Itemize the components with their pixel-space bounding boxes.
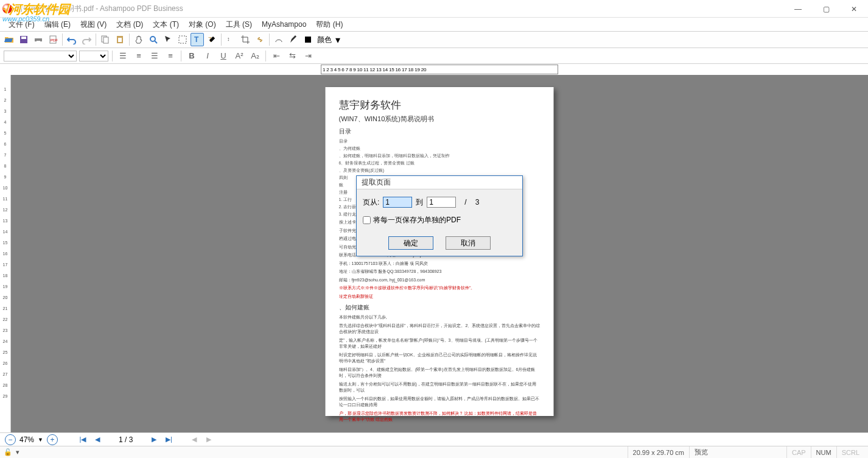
text-edit-icon[interactable]: T bbox=[205, 33, 219, 46]
svg-rect-17 bbox=[305, 37, 311, 43]
menu-view[interactable]: 视图 (V) bbox=[75, 18, 111, 31]
zoom-in-button[interactable]: + bbox=[47, 434, 58, 445]
select-icon[interactable] bbox=[176, 33, 189, 46]
vertical-ruler: 1234567891011121314151617181920212223242… bbox=[0, 75, 11, 432]
pen-icon[interactable] bbox=[287, 33, 300, 46]
superscript-button[interactable]: A² bbox=[233, 50, 246, 62]
red-note-2: 址定自动刷新验证 bbox=[339, 294, 541, 300]
close-button[interactable]: ✕ bbox=[840, 0, 868, 18]
checkbox-label: 将每一页保存为单独的PDF bbox=[373, 215, 461, 225]
to-label: 到 bbox=[416, 197, 423, 208]
page-from-input[interactable] bbox=[383, 197, 412, 208]
svg-rect-4 bbox=[37, 41, 40, 43]
align-left-icon[interactable]: ☰ bbox=[116, 50, 130, 62]
italic-button[interactable]: I bbox=[201, 50, 214, 62]
bold-button[interactable]: B bbox=[185, 50, 198, 62]
total-pages: 3 bbox=[475, 198, 480, 206]
zoom-dropdown-icon[interactable]: ▼ bbox=[38, 437, 43, 443]
ok-button[interactable]: 确定 bbox=[388, 236, 433, 250]
zoom-icon[interactable] bbox=[147, 33, 160, 46]
menu-tools[interactable]: 工具 (S) bbox=[221, 18, 257, 31]
window-title: 财务用户操作说明书.pdf - Ashampoo PDF Business bbox=[16, 4, 183, 14]
lock-icon: 🔓 bbox=[4, 448, 12, 456]
menu-file[interactable]: 文件 (F) bbox=[4, 18, 40, 31]
preview-label: 预览 bbox=[689, 446, 786, 458]
svg-point-11 bbox=[150, 37, 155, 41]
svg-rect-8 bbox=[103, 37, 108, 43]
text-select-icon[interactable]: T bbox=[191, 33, 204, 46]
undo-icon[interactable] bbox=[65, 33, 79, 46]
color-label: 颜色 bbox=[316, 35, 333, 45]
subscript-button[interactable]: A₂ bbox=[248, 50, 262, 62]
svg-line-12 bbox=[155, 41, 157, 43]
font-family-select[interactable] bbox=[4, 51, 77, 62]
doc-title: 慧宇财务软件 bbox=[339, 98, 541, 112]
menu-object[interactable]: 对象 (O) bbox=[184, 18, 221, 31]
color-swatch-icon[interactable] bbox=[301, 33, 315, 46]
zoom-percent: 47% bbox=[19, 435, 34, 444]
menu-help[interactable]: 帮助 (H) bbox=[311, 18, 348, 31]
redo-icon[interactable] bbox=[80, 33, 93, 46]
cancel-button[interactable]: 取消 bbox=[446, 236, 491, 250]
next-page-button[interactable]: ▶ bbox=[149, 434, 159, 445]
minimize-button[interactable]: — bbox=[784, 0, 812, 18]
crop-icon[interactable] bbox=[239, 33, 252, 46]
link-icon[interactable] bbox=[253, 33, 267, 46]
prev-page-button[interactable]: ◀ bbox=[92, 434, 103, 445]
title-bar: 财务用户操作说明书.pdf - Ashampoo PDF Business — … bbox=[0, 0, 868, 18]
font-size-select[interactable] bbox=[79, 51, 108, 62]
save-icon[interactable] bbox=[17, 33, 30, 46]
pointer-icon[interactable] bbox=[161, 33, 175, 46]
open-icon[interactable] bbox=[2, 33, 16, 46]
menu-text[interactable]: 文本 (T) bbox=[148, 18, 184, 31]
underline-button[interactable]: U bbox=[217, 50, 230, 62]
toc-header: 目录 bbox=[339, 127, 541, 136]
indent-right-icon[interactable]: ⇥ bbox=[301, 50, 315, 62]
maximize-button[interactable]: ▢ bbox=[812, 0, 840, 18]
menu-edit[interactable]: 编辑 (E) bbox=[40, 18, 75, 31]
align-center-icon[interactable]: ≡ bbox=[132, 50, 145, 62]
indent-left-icon[interactable]: ⇤ bbox=[270, 50, 283, 62]
first-page-button[interactable]: |◀ bbox=[77, 434, 88, 445]
spacing-icon[interactable]: ↕ bbox=[224, 33, 237, 46]
dialog-title: 提取页面 bbox=[357, 176, 522, 189]
total-sep: / bbox=[464, 198, 466, 206]
align-justify-icon[interactable]: ≡ bbox=[164, 50, 177, 62]
svg-rect-3 bbox=[37, 36, 40, 38]
scrl-indicator: SCRL bbox=[836, 446, 864, 458]
status-bar: 🔓 ▾ 20.99 x 29.70 cm 预览 CAP NUM SCRL bbox=[0, 446, 868, 458]
menu-document[interactable]: 文档 (D) bbox=[111, 18, 148, 31]
align-right-icon[interactable]: ☰ bbox=[148, 50, 161, 62]
section-2-title: 、如何建账 bbox=[339, 303, 541, 312]
red-note-3: 户，那 据显示您除也许书初数据资发数资计数溯不降，如何解决？ 比如：如数资料件特… bbox=[339, 410, 541, 423]
navigation-bar: − 47% ▼ + |◀ ◀ 1 / 3 ▶ ▶| ◀ ▶ bbox=[0, 432, 868, 446]
svg-text:PDF: PDF bbox=[51, 38, 58, 42]
svg-text:T: T bbox=[194, 35, 199, 44]
back-button[interactable]: ◀ bbox=[189, 434, 200, 445]
copy-icon[interactable] bbox=[99, 33, 112, 46]
page-dimensions: 20.99 x 29.70 cm bbox=[628, 446, 689, 458]
document-canvas[interactable]: 慧宇财务软件 (WIN7、WIN10系统)简易说明书 目录 目录、为何建账、如何… bbox=[11, 75, 868, 432]
zoom-out-button[interactable]: − bbox=[5, 434, 16, 445]
page-to-input[interactable] bbox=[427, 197, 456, 208]
menu-myashampoo[interactable]: MyAshampoo bbox=[257, 19, 311, 30]
save-separate-checkbox[interactable] bbox=[363, 216, 371, 224]
app-icon bbox=[2, 4, 12, 13]
extract-pages-dialog: 提取页面 页从: 到 / 3 将每一页保存为单独的PDF 确定 取消 bbox=[356, 175, 523, 256]
indent-center-icon[interactable]: ⇆ bbox=[285, 50, 299, 62]
menu-bar: 文件 (F) 编辑 (E) 视图 (V) 文档 (D) 文本 (T) 对象 (O… bbox=[0, 18, 868, 31]
from-label: 页从: bbox=[363, 197, 379, 208]
pdf-icon[interactable]: PDF bbox=[46, 33, 60, 46]
last-page-button[interactable]: ▶| bbox=[163, 434, 174, 445]
forward-button[interactable]: ▶ bbox=[203, 434, 214, 445]
print-icon[interactable] bbox=[32, 33, 45, 46]
color-dropdown-icon[interactable]: ▾ bbox=[334, 33, 341, 46]
hand-icon[interactable] bbox=[132, 33, 145, 46]
shape-icon[interactable] bbox=[272, 33, 285, 46]
paste-icon[interactable] bbox=[113, 33, 127, 46]
main-toolbar: PDF T T ↕ 颜色 ▾ bbox=[0, 31, 868, 48]
num-indicator: NUM bbox=[811, 446, 836, 458]
svg-rect-10 bbox=[118, 38, 122, 42]
svg-rect-13 bbox=[179, 36, 186, 43]
format-bar: ☰ ≡ ☰ ≡ B I U A² A₂ ⇤ ⇆ ⇥ bbox=[0, 48, 868, 64]
